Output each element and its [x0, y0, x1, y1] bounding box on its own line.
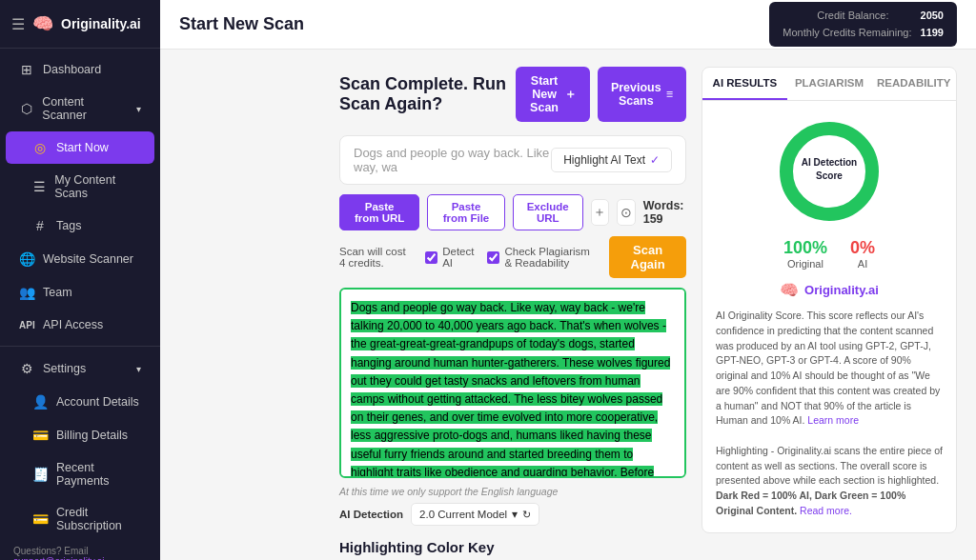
sidebar-item-billing-details[interactable]: 💳 Billing Details — [6, 419, 154, 451]
sidebar-item-settings[interactable]: ⚙ Settings ▾ — [6, 352, 154, 385]
right-panel: AI RESULTS PLAGIARISM READABILITY AI Det… — [702, 67, 957, 543]
sidebar-item-my-team[interactable]: 👥 Team — [6, 276, 154, 309]
tag-icon: # — [32, 218, 48, 233]
page-title: Start New Scan — [179, 14, 758, 34]
gear-icon: ⚙ — [19, 361, 34, 376]
ai-label: AI — [850, 258, 875, 270]
copy-button[interactable]: ⊙ — [617, 199, 636, 226]
text-input-preview: Dogs and people go way back. Like way, w… — [354, 146, 551, 174]
svg-text:AI Detection: AI Detection — [802, 157, 857, 168]
ai-pct: 0% — [850, 238, 875, 258]
circle-icon: ◎ — [32, 140, 48, 155]
sidebar-item-start-new-scan[interactable]: ◎ Start Now — [6, 131, 154, 164]
list-icon: ☰ — [32, 179, 46, 194]
scanner-icon: ⬡ — [19, 101, 33, 116]
paste-from-file-button[interactable]: Paste from File — [427, 194, 505, 230]
tab-readability[interactable]: READABILITY — [871, 68, 956, 100]
scan-actions: Start New Scan ＋ Previous Scans ≡ — [516, 67, 686, 122]
sidebar-item-label: Account Details — [56, 395, 139, 409]
highlight-key-title: Highlighting Color Key — [339, 539, 686, 555]
monthly-credits-label: Monthly Credits Remaining: — [783, 27, 911, 38]
check-plagiarism-checkbox[interactable]: Check Plagiarism & Readability — [487, 246, 596, 269]
sidebar-item-label: Start Now — [56, 141, 109, 154]
word-count: Words: 159 — [643, 199, 686, 226]
tab-plagiarism[interactable]: PLAGIARISM — [787, 68, 872, 100]
previous-scans-label: Previous Scans — [611, 81, 661, 108]
sidebar-item-website-scanner[interactable]: 🌐 Website Scanner — [6, 243, 154, 275]
input-area: Dogs and people go way back. Like way, w… — [339, 135, 686, 185]
sidebar-item-api-access[interactable]: API API Access — [6, 310, 154, 340]
original-pct: 100% — [783, 238, 827, 258]
team-icon: 👥 — [19, 285, 34, 300]
original-label: Original — [783, 258, 827, 270]
support-email-link[interactable]: support@originality.ai — [13, 556, 105, 560]
ai-score: 0% AI — [850, 238, 875, 270]
paste-from-url-button[interactable]: Paste from URL — [339, 194, 419, 230]
topbar: Start New Scan Credit Balance: 2050 Mont… — [160, 0, 976, 50]
dashboard-icon: ⊞ — [19, 62, 34, 77]
add-button[interactable]: ＋ — [591, 199, 610, 226]
dropdown-icon: ▾ — [512, 508, 518, 521]
menu-icon[interactable]: ☰ — [11, 15, 25, 33]
sidebar-item-content-scanner[interactable]: ⬡ Content Scanner ▾ — [6, 87, 154, 130]
chevron-down-icon: ▾ — [136, 364, 141, 374]
brain-icon: 🧠 — [32, 13, 53, 34]
monthly-credits-value: 1199 — [921, 27, 944, 38]
credit-balance-value: 2050 — [921, 10, 944, 21]
ai-detection-label: AI Detection — [339, 509, 403, 520]
start-new-scan-button[interactable]: Start New Scan ＋ — [516, 67, 590, 122]
sidebar-item-label: Credit Subscription — [56, 506, 141, 532]
main-content: Scan Complete. Run Scan Again? Start New… — [320, 50, 976, 560]
sidebar-item-label: Tags — [56, 219, 81, 232]
sidebar-item-credit-subscription[interactable]: 💳 Credit Subscription — [6, 497, 154, 541]
card-icon: 💳 — [32, 428, 48, 443]
check-icon: ✓ — [650, 153, 660, 167]
sidebar-header: ☰ 🧠 Originality.ai — [0, 0, 160, 49]
content-area[interactable]: Dogs and people go way back. Like way, w… — [339, 288, 686, 478]
detect-ai-checkbox[interactable]: Detect AI — [425, 246, 474, 269]
results-body: AI Detection Score 100% Original 0% AI — [702, 101, 956, 532]
highlight-ai-text-button[interactable]: Highlight AI Text ✓ — [551, 148, 672, 172]
donut-svg: AI Detection Score — [772, 114, 886, 229]
read-more-link[interactable]: Read more. — [800, 505, 852, 516]
sidebar-item-label: Billing Details — [56, 429, 128, 442]
start-new-scan-label: Start New Scan — [529, 74, 559, 114]
sidebar-support: Questions? Email support@originality.ai — [0, 542, 160, 560]
highlight-label: Highlight AI Text — [563, 153, 645, 167]
toolbar: Paste from URL Paste from File Exclude U… — [339, 194, 686, 230]
scan-cost-text: Scan will cost 4 credits. — [339, 246, 412, 269]
sidebar: ☰ 🧠 Originality.ai ⊞ Dashboard ⬡ Content… — [0, 0, 160, 560]
plus-icon: ＋ — [564, 87, 577, 103]
sidebar-item-account-details[interactable]: 👤 Account Details — [6, 386, 154, 418]
tab-ai-results[interactable]: AI RESULTS — [702, 68, 787, 100]
sidebar-item-label: Settings — [43, 362, 86, 375]
ai-model-select[interactable]: 2.0 Current Model ▾ ↻ — [411, 503, 539, 526]
credit-balance-label: Credit Balance: — [817, 10, 888, 21]
svg-text:Score: Score — [816, 170, 843, 181]
ai-model-value: 2.0 Current Model — [419, 509, 507, 520]
sidebar-item-recent-payments[interactable]: 🧾 Recent Payments — [6, 452, 154, 496]
sidebar-item-label: Recent Payments — [56, 461, 141, 488]
previous-scans-button[interactable]: Previous Scans ≡ — [598, 67, 686, 122]
sidebar-item-my-content-scans[interactable]: ☰ My Content Scans — [6, 165, 154, 209]
results-tabs: AI RESULTS PLAGIARISM READABILITY — [702, 68, 956, 101]
highlight-key: Highlighting Color Key 90% confidence th… — [339, 539, 686, 560]
list-icon: ≡ — [666, 88, 673, 101]
credit-info: Credit Balance: 2050 Monthly Credits Rem… — [769, 2, 957, 47]
sidebar-item-dashboard[interactable]: ⊞ Dashboard — [6, 53, 154, 86]
chevron-down-icon: ▾ — [136, 104, 141, 114]
results-card: AI RESULTS PLAGIARISM READABILITY AI Det… — [702, 67, 957, 533]
exclude-url-button[interactable]: Exclude URL — [513, 194, 583, 230]
learn-more-link[interactable]: Learn more — [807, 414, 859, 426]
person-icon: 👤 — [32, 394, 48, 410]
scan-again-button[interactable]: Scan Again — [609, 236, 686, 278]
donut-chart: AI Detection Score — [716, 114, 943, 229]
content-text: Dogs and people go way back. Like way, w… — [351, 301, 670, 478]
receipt-icon: 🧾 — [32, 467, 48, 482]
globe-icon: 🌐 — [19, 251, 34, 267]
sidebar-item-tags[interactable]: # Tags — [6, 210, 154, 242]
api-icon: API — [19, 320, 34, 330]
ai-detection-row: AI Detection 2.0 Current Model ▾ ↻ — [339, 503, 686, 526]
sidebar-item-label: Website Scanner — [43, 252, 133, 266]
refresh-icon: ↻ — [522, 509, 531, 521]
